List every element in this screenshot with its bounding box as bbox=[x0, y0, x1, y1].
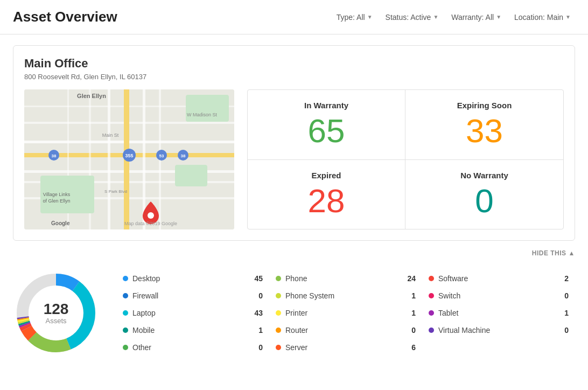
asset-laptop-count: 43 bbox=[252, 309, 263, 317]
other-dot bbox=[123, 345, 128, 350]
vm-dot bbox=[429, 328, 434, 333]
list-item: Tablet 1 bbox=[422, 304, 575, 322]
total-assets-number: 128 bbox=[44, 302, 69, 317]
svg-text:of Glen Ellyn: of Glen Ellyn bbox=[43, 198, 70, 204]
status-filter[interactable]: Status: Active ▼ bbox=[381, 11, 443, 24]
asset-vm-count: 0 bbox=[558, 326, 569, 335]
page-title: Asset Overview bbox=[13, 9, 117, 25]
asset-mobile-label: Mobile bbox=[132, 326, 248, 335]
expired-label: Expired bbox=[258, 171, 394, 180]
asset-firewall-count: 0 bbox=[252, 291, 263, 300]
svg-rect-16 bbox=[175, 165, 207, 186]
phone-system-dot bbox=[276, 293, 281, 298]
hide-this-button[interactable]: HIDE THIS ▲ bbox=[532, 249, 575, 257]
list-item: Firewall 0 bbox=[116, 287, 269, 304]
asset-phone-label: Phone bbox=[285, 274, 401, 283]
printer-dot bbox=[276, 310, 281, 316]
asset-switch-label: Switch bbox=[438, 291, 554, 300]
asset-tablet-label: Tablet bbox=[438, 309, 554, 317]
asset-laptop-label: Laptop bbox=[132, 309, 248, 317]
asset-desktop-label: Desktop bbox=[132, 274, 248, 283]
expiring-soon-value: 33 bbox=[416, 114, 552, 148]
svg-text:53: 53 bbox=[159, 154, 164, 158]
type-filter[interactable]: Type: All ▼ bbox=[332, 11, 377, 24]
svg-text:W Madison St: W Madison St bbox=[187, 112, 218, 117]
asset-vm-label: Virtual Machine bbox=[438, 326, 554, 335]
asset-router-label: Router bbox=[285, 326, 401, 335]
asset-col-1: Desktop 45 Firewall 0 Laptop 43 bbox=[116, 270, 269, 356]
asset-phone-system-count: 1 bbox=[405, 291, 416, 300]
svg-text:Google: Google bbox=[51, 220, 70, 226]
asset-col-3: Software 2 Switch 0 Tablet 1 bbox=[422, 270, 575, 356]
filter-bar: Type: All ▼ Status: Active ▼ Warranty: A… bbox=[332, 11, 575, 24]
asset-mobile-count: 1 bbox=[252, 326, 263, 335]
desktop-dot bbox=[123, 276, 128, 281]
location-filter[interactable]: Location: Main ▼ bbox=[510, 11, 575, 24]
asset-switch-count: 0 bbox=[558, 291, 569, 300]
asset-server-label: Server bbox=[285, 343, 401, 352]
no-warranty-cell: No Warranty 0 bbox=[405, 160, 563, 229]
asset-phone-count: 24 bbox=[405, 274, 416, 283]
expiring-soon-label: Expiring Soon bbox=[416, 101, 552, 110]
list-item: Switch 0 bbox=[422, 287, 575, 304]
server-dot bbox=[276, 345, 281, 350]
asset-router-count: 0 bbox=[405, 326, 416, 335]
location-name: Main Office bbox=[24, 57, 564, 71]
svg-text:355: 355 bbox=[125, 153, 133, 158]
switch-dot bbox=[429, 293, 434, 298]
asset-printer-label: Printer bbox=[285, 309, 401, 317]
asset-printer-count: 1 bbox=[405, 309, 416, 317]
list-item: Software 2 bbox=[422, 270, 575, 287]
list-item: Desktop 45 bbox=[116, 270, 269, 287]
chevron-down-icon: ▼ bbox=[496, 14, 501, 20]
location-address: 800 Roosevelt Rd, Glen Ellyn, IL 60137 bbox=[24, 73, 564, 81]
expired-value: 28 bbox=[258, 184, 394, 218]
chevron-up-icon: ▲ bbox=[569, 249, 575, 257]
in-warranty-value: 65 bbox=[258, 114, 394, 148]
list-item: Laptop 43 bbox=[116, 304, 269, 322]
location-card: Main Office 800 Roosevelt Rd, Glen Ellyn… bbox=[13, 45, 575, 241]
expired-cell: Expired 28 bbox=[248, 160, 405, 229]
tablet-dot bbox=[429, 310, 434, 316]
router-dot bbox=[276, 328, 281, 333]
list-item: Phone System 1 bbox=[269, 287, 422, 304]
list-item: Server 6 bbox=[269, 339, 422, 356]
chevron-down-icon: ▼ bbox=[433, 14, 438, 20]
list-item: Mobile 1 bbox=[116, 322, 269, 339]
svg-text:S Park Blvd: S Park Blvd bbox=[104, 189, 127, 194]
chevron-down-icon: ▼ bbox=[565, 14, 571, 20]
no-warranty-label: No Warranty bbox=[416, 171, 552, 180]
list-item: Router 0 bbox=[269, 322, 422, 339]
svg-text:Main St: Main St bbox=[102, 133, 119, 138]
svg-rect-9 bbox=[108, 89, 110, 229]
software-dot bbox=[429, 276, 434, 281]
asset-desktop-count: 45 bbox=[252, 274, 263, 283]
list-item: Other 0 bbox=[116, 339, 269, 356]
asset-legend: Desktop 45 Firewall 0 Laptop 43 bbox=[116, 270, 575, 356]
asset-col-2: Phone 24 Phone System 1 Printer 1 bbox=[269, 270, 422, 356]
svg-text:Glen Ellyn: Glen Ellyn bbox=[77, 93, 106, 99]
laptop-dot bbox=[123, 310, 128, 316]
svg-text:Map data ©2019 Google: Map data ©2019 Google bbox=[124, 221, 177, 226]
svg-text:38: 38 bbox=[52, 154, 57, 158]
asset-firewall-label: Firewall bbox=[132, 291, 248, 300]
chevron-down-icon: ▼ bbox=[367, 14, 373, 20]
warranty-grid: In Warranty 65 Expiring Soon 33 Expired … bbox=[247, 89, 564, 229]
phone-dot bbox=[276, 276, 281, 281]
asset-software-count: 2 bbox=[558, 274, 569, 283]
no-warranty-value: 0 bbox=[416, 184, 552, 218]
donut-chart: 128 Assets bbox=[13, 270, 99, 356]
svg-point-32 bbox=[148, 212, 154, 219]
warranty-filter[interactable]: Warranty: All ▼ bbox=[447, 11, 506, 24]
list-item: Virtual Machine 0 bbox=[422, 322, 575, 339]
asset-other-label: Other bbox=[132, 343, 248, 352]
svg-text:Village Links: Village Links bbox=[43, 192, 71, 197]
svg-rect-15 bbox=[186, 95, 229, 122]
asset-phone-system-label: Phone System bbox=[285, 291, 401, 300]
expiring-soon-cell: Expiring Soon 33 bbox=[405, 90, 563, 160]
assets-section: 128 Assets Desktop 45 Firewall 0 bbox=[13, 266, 575, 360]
list-item: Phone 24 bbox=[269, 270, 422, 287]
asset-software-label: Software bbox=[438, 274, 554, 283]
asset-other-count: 0 bbox=[252, 343, 263, 352]
in-warranty-label: In Warranty bbox=[258, 101, 394, 110]
